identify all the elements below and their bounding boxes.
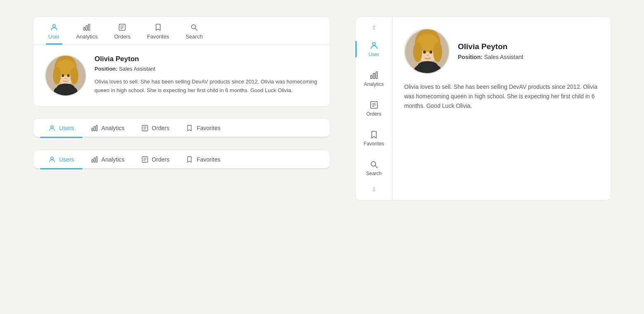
analytics-icon (82, 23, 91, 32)
vertical-sidebar: ⇧ User Analytics (355, 17, 393, 200)
vnav-favorites-icon (369, 130, 379, 139)
svg-point-16 (71, 67, 78, 84)
analytics-icon-b1 (91, 124, 98, 132)
btab2-users[interactable]: Users (40, 150, 83, 168)
scroll-up-arrow[interactable]: ⇧ (368, 21, 380, 34)
btab2-favorites-label: Favorites (197, 156, 220, 163)
vnav-user-label: User (369, 52, 379, 57)
svg-rect-40 (373, 73, 375, 78)
svg-point-30 (51, 157, 53, 159)
svg-rect-25 (96, 125, 97, 131)
tab-favorites-label: Favorites (147, 33, 169, 40)
tab-favorites[interactable]: Favorites (139, 17, 177, 45)
search-icon (189, 23, 199, 32)
svg-point-17 (62, 74, 64, 77)
btab2-analytics-label: Analytics (102, 156, 125, 163)
tab-analytics-label: Analytics (76, 33, 97, 40)
profile-position: Position: Sales Assistant (95, 66, 318, 72)
svg-rect-32 (94, 158, 95, 162)
favorites-icon-b2 (186, 156, 193, 163)
vnav-search-label: Search (366, 171, 381, 176)
user-icon (50, 23, 59, 32)
scroll-down-arrow[interactable]: ⇩ (368, 183, 380, 196)
orders-icon-b1 (141, 124, 149, 132)
btab1-users[interactable]: Users (40, 119, 83, 137)
avatar (45, 55, 86, 96)
svg-rect-39 (370, 75, 372, 78)
tab-orders-label: Orders (114, 33, 130, 40)
svg-point-19 (65, 78, 66, 79)
right-panel: ⇧ User Analytics (355, 17, 611, 201)
svg-line-9 (195, 29, 197, 31)
svg-point-53 (413, 42, 422, 62)
vnav-user[interactable]: User (355, 34, 392, 64)
btab1-analytics[interactable]: Analytics (83, 119, 133, 137)
btab1-favorites[interactable]: Favorites (178, 119, 229, 137)
svg-point-22 (51, 126, 53, 128)
tab-orders[interactable]: Orders (106, 17, 139, 45)
svg-rect-23 (92, 128, 93, 131)
bottom-tab-bar-2: Users Analytics Orders Favorites (33, 150, 330, 169)
top-card: User Analytics (33, 17, 330, 107)
btab1-favorites-label: Favorites (197, 125, 220, 131)
vnav-favorites[interactable]: Favorites (355, 124, 392, 153)
right-avatar (404, 29, 450, 74)
tab-user[interactable]: User (40, 17, 68, 45)
favorites-icon-b1 (186, 124, 193, 132)
svg-line-47 (375, 166, 377, 168)
users-icon-b2 (48, 156, 56, 163)
svg-rect-31 (92, 159, 93, 162)
vnav-analytics[interactable]: Analytics (355, 64, 392, 94)
svg-point-0 (52, 24, 55, 27)
profile-bio: Olivia loves to sell. She has been selli… (95, 78, 318, 95)
orders-icon (118, 23, 127, 32)
tab-search[interactable]: Search (178, 17, 211, 45)
tab-analytics[interactable]: Analytics (68, 17, 106, 45)
vnav-search[interactable]: Search (355, 153, 392, 183)
analytics-icon-b2 (91, 156, 98, 163)
svg-point-54 (433, 42, 442, 62)
btab2-users-label: Users (59, 156, 74, 163)
vnav-search-icon (369, 160, 379, 169)
tab-search-label: Search (186, 33, 203, 40)
svg-point-38 (372, 43, 375, 45)
right-profile-bio: Olivia loves to sell. She has been selli… (404, 82, 599, 111)
btab1-orders[interactable]: Orders (133, 119, 178, 137)
vnav-analytics-label: Analytics (364, 81, 384, 87)
svg-point-21 (57, 83, 74, 91)
favorites-icon (154, 23, 163, 32)
vnav-orders[interactable]: Orders (355, 94, 392, 124)
svg-point-55 (423, 50, 426, 54)
top-tab-bar: User Analytics (33, 17, 330, 45)
tab-user-label: User (48, 33, 59, 40)
btab1-users-label: Users (59, 125, 74, 131)
btab1-orders-label: Orders (152, 125, 170, 131)
bottom-tab-bar-1: Users Analytics Orders Favorites (33, 118, 330, 138)
svg-point-56 (429, 50, 432, 54)
btab2-analytics[interactable]: Analytics (83, 150, 133, 168)
svg-rect-3 (89, 24, 90, 31)
btab2-favorites[interactable]: Favorites (178, 150, 229, 168)
profile-info: Olivia Peyton Position: Sales Assistant … (95, 55, 318, 95)
btab2-orders-label: Orders (152, 156, 170, 163)
users-icon (48, 124, 56, 132)
svg-point-57 (427, 55, 429, 56)
right-profile-position: Position: Sales Assistant (458, 54, 523, 60)
svg-rect-2 (86, 26, 88, 31)
vnav-favorites-label: Favorites (364, 141, 384, 147)
profile-content: Olivia Peyton Position: Sales Assistant … (33, 45, 330, 106)
right-profile-header: Olivia Peyton Position: Sales Assistant (404, 29, 599, 74)
left-panel: User Analytics (33, 17, 330, 169)
svg-point-59 (418, 61, 438, 70)
right-profile-name: Olivia Peyton (458, 42, 523, 51)
vnav-user-icon (369, 41, 379, 50)
svg-rect-24 (94, 126, 95, 131)
vnav-orders-icon (369, 100, 379, 109)
right-content: Olivia Peyton Position: Sales Assistant … (393, 17, 611, 200)
vnav-analytics-icon (369, 71, 379, 80)
vnav-orders-label: Orders (366, 111, 381, 117)
btab2-orders[interactable]: Orders (133, 150, 178, 168)
orders-icon-b2 (141, 156, 149, 163)
btab1-analytics-label: Analytics (102, 125, 125, 131)
svg-rect-33 (96, 157, 97, 162)
